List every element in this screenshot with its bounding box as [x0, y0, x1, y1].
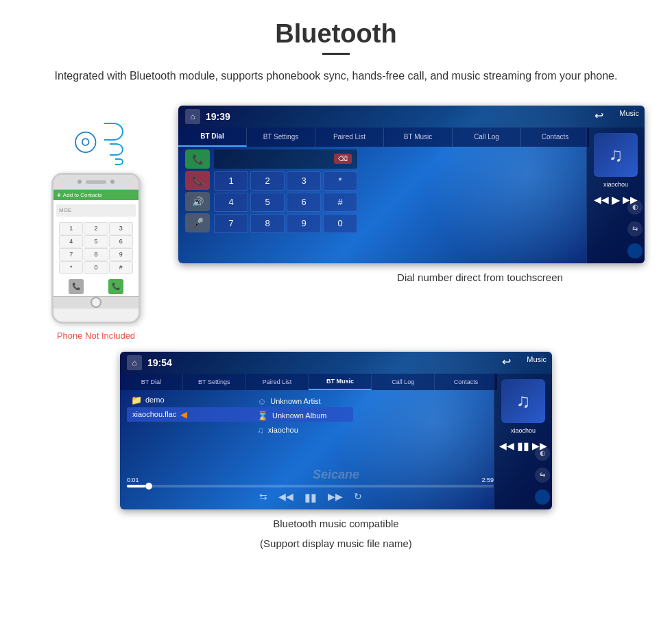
tab-call-log[interactable]: Call Log	[453, 128, 521, 147]
backspace-button[interactable]: ⌫	[334, 154, 352, 164]
dial-key-hash[interactable]: #	[323, 193, 357, 212]
phone-device: + Add to Contacts MOE 1 2 3 4 5 6 7	[51, 173, 141, 324]
bottom-controls-2: ⇆ ◀◀ ▮▮ ▶▶ ↻	[127, 491, 494, 504]
radio-icon[interactable]	[627, 243, 643, 258]
call-button[interactable]: 📞	[185, 149, 210, 169]
dial-key-1[interactable]: 1	[214, 171, 248, 191]
tab-bt-dial[interactable]: BT Dial	[178, 128, 247, 147]
time-row: 0:01 2:59	[127, 477, 494, 483]
phone-bottom-bar	[53, 296, 139, 309]
repeat-btn-2[interactable]: ↻	[354, 491, 362, 504]
dial-key-4[interactable]: 4	[214, 193, 248, 212]
phone-key-hash[interactable]: #	[109, 261, 133, 274]
dial-key-6[interactable]: 6	[287, 193, 321, 212]
phone-key-star[interactable]: *	[59, 261, 83, 274]
phone-key-6[interactable]: 6	[109, 235, 133, 248]
pause-btn-2[interactable]: ▮▮	[304, 491, 317, 504]
dial-key-2[interactable]: 2	[250, 171, 285, 191]
title-divider	[322, 53, 350, 55]
tab2-call-log[interactable]: Call Log	[372, 374, 435, 390]
dial-key-9[interactable]: 9	[287, 214, 321, 233]
bottom-section: ⌂ 19:54 ↩ Music BT Dial BT Settings Pair…	[0, 352, 672, 549]
phone-key-3[interactable]: 3	[109, 222, 133, 234]
tab-paired-list[interactable]: Paired List	[315, 128, 384, 147]
phone-key-4[interactable]: 4	[59, 235, 83, 248]
screen-music-label-2: Music	[527, 355, 547, 363]
phone-speaker	[86, 180, 106, 184]
dial-key-star[interactable]: *	[323, 171, 357, 191]
car-screen-column-1: ⌂ 19:39 ↩ Music BT Dial BT Settings Pair…	[178, 106, 645, 297]
progress-fill	[127, 485, 145, 487]
dial-key-0[interactable]: 0	[323, 214, 357, 233]
tab-bt-music[interactable]: BT Music	[384, 128, 453, 147]
prev-track-button-2[interactable]: ◀◀	[499, 440, 514, 451]
top-section: ⦾ + Add to Contacts MOE	[0, 106, 672, 341]
prev-btn-2[interactable]: ◀◀	[278, 491, 293, 504]
caption-music-2: (Support display music file name)	[27, 538, 645, 549]
mute-button[interactable]: 🎤	[185, 213, 210, 232]
phone-column: ⦾ + Add to Contacts MOE	[27, 106, 165, 341]
screen-back-icon-2[interactable]: ↩	[502, 355, 511, 368]
tab-contacts[interactable]: Contacts	[521, 128, 590, 147]
tab2-bt-settings[interactable]: BT Settings	[183, 374, 246, 390]
eq-icon[interactable]: ◐	[627, 200, 643, 215]
phone-key-2[interactable]: 2	[84, 222, 108, 234]
shuffle-icon[interactable]: ⇆	[627, 221, 643, 237]
caption-music-1: Bluetooth music compatible	[27, 518, 645, 529]
album-row: ⌛ Unknown Album	[257, 411, 327, 421]
phone-call-btn[interactable]: 📞	[108, 279, 123, 294]
song-label: xiaochou	[268, 426, 298, 434]
phone-key-8[interactable]: 8	[84, 248, 108, 261]
dial-key-7[interactable]: 7	[214, 214, 248, 233]
dial-key-8[interactable]: 8	[250, 214, 285, 233]
pause-button-2[interactable]: ▮▮	[517, 440, 529, 453]
time-end: 2:59	[481, 477, 494, 483]
track-name-1: xiaochou	[603, 181, 628, 188]
album-art-2: ♫	[501, 379, 545, 423]
phone-key-0[interactable]: 0	[84, 261, 108, 274]
time-start: 0:01	[127, 477, 139, 483]
speaker-button[interactable]: 🔊	[185, 192, 210, 211]
phone-screen: + Add to Contacts MOE 1 2 3 4 5 6 7	[53, 190, 139, 296]
shuffle-btn-2[interactable]: ⇆	[259, 491, 267, 504]
tab2-paired-list[interactable]: Paired List	[246, 374, 309, 390]
progress-bar-area: 0:01 2:59	[127, 477, 494, 487]
music-panel-right-2: ♫ xiaochou ◀◀ ▮▮ ▶▶ ◐ ⇆	[494, 374, 552, 509]
play-button-1[interactable]: ▶	[612, 193, 620, 206]
progress-track[interactable]	[127, 485, 494, 487]
music-panel-right-1: ♫ xiaochou ◀◀ ▶ ▶▶ ◐ ⇆	[586, 128, 645, 263]
eq-icon-2[interactable]: ◐	[535, 446, 550, 461]
tab2-bt-music-active[interactable]: BT Music	[309, 374, 372, 390]
radio-icon-2[interactable]	[535, 490, 550, 505]
artist-row: ☺ Unknown Artist	[257, 396, 327, 407]
phone-key-5[interactable]: 5	[84, 235, 108, 248]
track-info-panel: ☺ Unknown Artist ⌛ Unknown Album ♫ xiaoc…	[257, 396, 327, 440]
signal-wave-small	[115, 158, 123, 165]
end-call-button[interactable]: 📞	[185, 171, 210, 190]
car-screen-music: ⌂ 19:54 ↩ Music BT Dial BT Settings Pair…	[120, 352, 552, 509]
song-icon: ♫	[257, 425, 264, 435]
screen-home-button-1[interactable]: ⌂	[185, 109, 200, 124]
tab-bt-settings[interactable]: BT Settings	[247, 128, 315, 147]
phone-home-button[interactable]	[91, 297, 101, 308]
tab2-bt-dial[interactable]: BT Dial	[120, 374, 183, 390]
shuffle-icon-2[interactable]: ⇆	[535, 468, 550, 483]
dial-key-5[interactable]: 5	[250, 193, 285, 212]
screen-home-button-2[interactable]: ⌂	[127, 355, 142, 370]
dial-display: ⌫	[214, 149, 357, 169]
page-subtitle: Integrated with Bluetooth module, suppor…	[0, 67, 672, 106]
phone-end-call-btn[interactable]: 📞	[69, 279, 84, 294]
prev-track-button-1[interactable]: ◀◀	[594, 194, 609, 205]
album-icon: ⌛	[257, 411, 268, 421]
dial-key-3[interactable]: 3	[287, 171, 321, 191]
phone-key-7[interactable]: 7	[59, 248, 83, 261]
folder-icon: 📁	[131, 395, 142, 405]
next-btn-2[interactable]: ▶▶	[328, 491, 343, 504]
phone-key-1[interactable]: 1	[59, 222, 83, 234]
screen-back-icon-1[interactable]: ↩	[595, 109, 603, 122]
screen-top-bar-2: ⌂ 19:54 ↩ Music	[120, 352, 552, 374]
tab2-contacts[interactable]: Contacts	[435, 374, 497, 390]
progress-dot	[145, 483, 152, 490]
phone-key-9[interactable]: 9	[109, 248, 133, 261]
screen-time-2: 19:54	[147, 357, 172, 368]
